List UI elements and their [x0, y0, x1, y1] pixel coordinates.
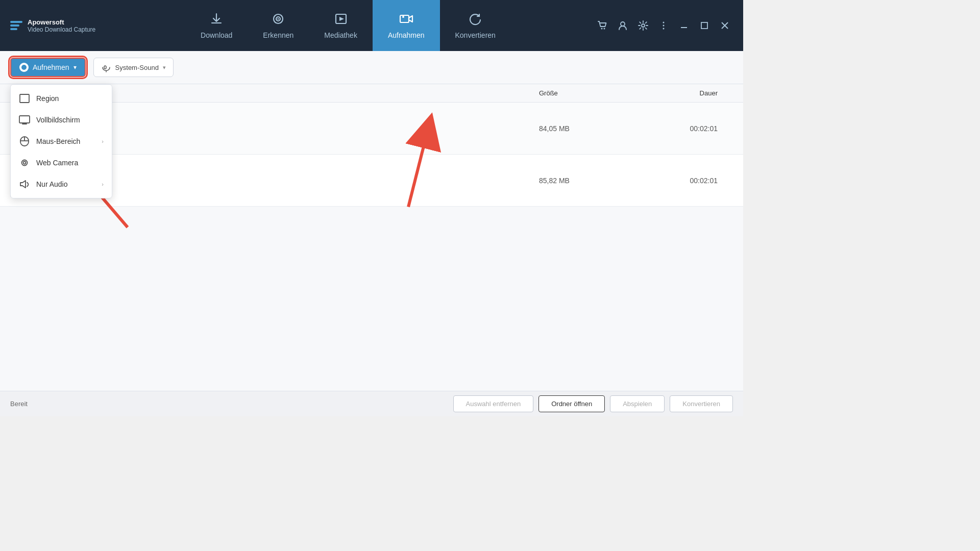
aufnahmen-icon [399, 12, 413, 28]
dropdown-item-maus-bereich[interactable]: Maus-Bereich › [11, 131, 112, 152]
row-duration-1: 00:02:01 [631, 124, 733, 133]
audio-button[interactable]: System-Sound ▾ [93, 58, 174, 77]
svg-point-11 [642, 24, 645, 27]
more-icon[interactable] [655, 17, 672, 34]
monitor-icon [19, 114, 30, 126]
svg-point-28 [22, 160, 28, 166]
record-dot-icon [19, 63, 29, 72]
tab-konvertieren[interactable]: Konvertieren [440, 0, 511, 51]
play-button[interactable]: Abspielen [610, 395, 665, 412]
record-chevron-icon: ▾ [74, 64, 77, 71]
tab-download[interactable]: Download [185, 0, 248, 51]
statusbar: Bereit Auswahl entfernen Ordner öffnen A… [0, 391, 743, 416]
dropdown-item-nuraudio[interactable]: Nur Audio › [11, 173, 112, 195]
row-duration-2: 00:02:01 [631, 177, 733, 185]
svg-point-13 [663, 25, 665, 27]
dropdown-item-region[interactable]: Region [11, 88, 112, 109]
svg-point-9 [604, 28, 605, 30]
mouse-icon [19, 136, 30, 147]
dropdown-webcam-left: Web Camera [19, 157, 78, 168]
dropdown-audio-left: Nur Audio [19, 179, 67, 190]
download-icon [209, 12, 224, 28]
svg-point-2 [278, 18, 279, 20]
app-name: Apowersoft Video Download Capture [28, 18, 95, 33]
tab-erkennen-label: Erkennen [263, 31, 293, 39]
svg-rect-5 [400, 15, 409, 22]
konvertieren-icon [468, 12, 482, 28]
brand-name: Apowersoft [28, 18, 95, 26]
dropdown-menu: Region Vollbildschirm Maus-Bereich › [10, 84, 112, 198]
dropdown-audio-label: Nur Audio [36, 180, 67, 188]
row-size-2: 85,82 MB [539, 177, 631, 185]
tab-aufnahmen-label: Aufnahmen [388, 31, 425, 39]
open-folder-button[interactable]: Ordner öffnen [538, 395, 605, 412]
record-label: Aufnehmen [33, 63, 69, 71]
mediathek-icon [334, 12, 348, 28]
dropdown-item-webcamera[interactable]: Web Camera [11, 152, 112, 173]
window-controls [594, 17, 733, 34]
region-icon [19, 93, 30, 104]
settings-icon[interactable] [635, 17, 651, 34]
maus-chevron-right-icon: › [102, 138, 104, 144]
tab-mediathek-label: Mediathek [324, 31, 357, 39]
cart-icon[interactable] [594, 17, 610, 34]
svg-point-10 [621, 22, 625, 26]
dropdown-item-vollbildschirm[interactable]: Vollbildschirm [11, 109, 112, 131]
status-text: Bereit [10, 400, 28, 408]
col-size-header: Größe [539, 89, 631, 97]
webcam-icon [19, 157, 30, 168]
remove-button[interactable]: Auswahl entfernen [453, 395, 534, 412]
dropdown-vollbild-label: Vollbildschirm [36, 116, 80, 124]
logo-icon [10, 21, 22, 30]
toolbar: Aufnehmen ▾ System-Sound ▾ Region [0, 51, 743, 84]
user-icon[interactable] [615, 17, 631, 34]
minimize-button[interactable] [676, 17, 692, 34]
convert-button[interactable]: Konvertieren [670, 395, 733, 412]
erkennen-icon [271, 12, 285, 28]
tab-konvertieren-label: Konvertieren [455, 31, 496, 39]
audio-icon [101, 62, 111, 72]
audio-chevron-right-icon: › [102, 181, 104, 187]
col-duration-header: Dauer [631, 89, 733, 97]
svg-rect-22 [19, 116, 30, 123]
svg-point-14 [663, 28, 665, 30]
svg-point-8 [601, 28, 603, 30]
record-button[interactable]: Aufnehmen ▾ [10, 58, 86, 77]
row-size-1: 84,05 MB [539, 124, 631, 133]
dropdown-maus-label: Maus-Bereich [36, 137, 80, 145]
tab-aufnahmen[interactable]: Aufnahmen [373, 0, 440, 51]
tab-download-label: Download [201, 31, 232, 39]
app-logo: Apowersoft Video Download Capture [10, 18, 102, 33]
dropdown-vollbild-left: Vollbildschirm [19, 114, 80, 126]
audio-label: System-Sound [115, 64, 159, 71]
speaker-icon [19, 179, 30, 190]
close-button[interactable] [717, 17, 733, 34]
app-subtitle: Video Download Capture [28, 26, 95, 33]
svg-rect-21 [20, 94, 29, 103]
svg-marker-30 [20, 181, 26, 188]
nav-tabs: Download Erkennen Mediathek [102, 0, 594, 51]
maximize-button[interactable] [696, 17, 713, 34]
svg-rect-16 [701, 22, 707, 29]
dropdown-region-label: Region [36, 94, 59, 103]
tab-mediathek[interactable]: Mediathek [309, 0, 373, 51]
svg-marker-4 [339, 17, 344, 21]
dropdown-webcam-label: Web Camera [36, 159, 78, 167]
dropdown-region-left: Region [19, 93, 59, 104]
dropdown-maus-left: Maus-Bereich [19, 136, 80, 147]
titlebar: Apowersoft Video Download Capture Downlo… [0, 0, 743, 51]
svg-point-29 [23, 162, 26, 164]
bottom-buttons: Auswahl entfernen Ordner öffnen Abspiele… [453, 395, 733, 412]
tab-erkennen[interactable]: Erkennen [248, 0, 309, 51]
svg-rect-19 [104, 66, 106, 69]
svg-point-7 [402, 16, 404, 18]
svg-point-12 [663, 22, 665, 23]
audio-chevron-icon: ▾ [163, 64, 166, 71]
